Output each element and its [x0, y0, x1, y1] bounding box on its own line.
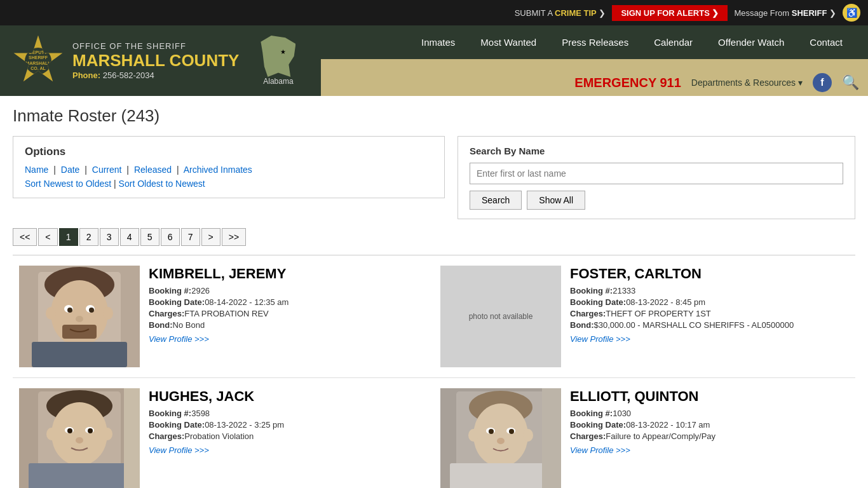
- inmate-name: KIMBRELL, JEREMY: [149, 266, 428, 282]
- inmate-charges: Charges:FTA PROBATION REV: [149, 309, 428, 318]
- nav-contact[interactable]: Contact: [797, 25, 855, 59]
- inmate-card: photo not available FOSTER, CARLTON Book…: [434, 255, 855, 378]
- search-by-name-title: Search By Name: [470, 146, 843, 156]
- inmate-booking-date: Booking Date:08-14-2022 - 12:35 am: [149, 297, 428, 307]
- inmate-grid: KIMBRELL, JEREMY Booking #:2926 Booking …: [13, 255, 855, 488]
- site-header: DEPUTY SHERIFF MARSHALL CO. AL OFFICE OF…: [0, 25, 868, 96]
- filter-date[interactable]: Date: [61, 165, 80, 175]
- inmate-booking-num: Booking #:2926: [149, 286, 428, 295]
- search-box: Search By Name Search Show All: [458, 136, 855, 219]
- view-profile-hughes[interactable]: View Profile >>>: [149, 445, 209, 455]
- dept-resources-menu[interactable]: Departments & Resources ▾: [691, 78, 803, 88]
- office-info: OFFICE OF THE SHERIFF MARSHALL COUNTY Ph…: [72, 41, 239, 80]
- options-wrapper: Options Name | Date | Current | Released…: [13, 136, 855, 219]
- svg-point-11: [46, 307, 56, 320]
- inmate-card: ELLIOTT, QUINTON Booking #:1030 Booking …: [434, 378, 855, 488]
- main-content: Inmate Roster (243) Options Name | Date …: [0, 96, 868, 488]
- alerts-button[interactable]: SIGN UP FOR ALERTS ❯: [612, 5, 728, 21]
- search-icon[interactable]: 🔍: [842, 74, 859, 91]
- facebook-icon[interactable]: f: [813, 73, 832, 92]
- secondary-nav: EMERGENCY 911 Departments & Resources ▾ …: [321, 69, 868, 96]
- pagination-last[interactable]: >>: [222, 228, 246, 246]
- nav-area: Inmates Most Wanted Press Releases Calen…: [321, 25, 868, 96]
- page-title: Inmate Roster (243): [13, 106, 855, 126]
- nav-press-releases[interactable]: Press Releases: [549, 25, 641, 59]
- pagination: << < 1 2 3 4 5 6 7 > >>: [13, 228, 855, 246]
- search-button[interactable]: Search: [470, 191, 522, 210]
- svg-point-24: [46, 428, 57, 440]
- svg-point-16: [51, 402, 107, 466]
- svg-point-7: [89, 308, 94, 313]
- inmate-info: KIMBRELL, JEREMY Booking #:2926 Booking …: [149, 266, 428, 344]
- pagination-first[interactable]: <<: [13, 228, 37, 246]
- svg-rect-35: [450, 463, 552, 488]
- emergency-label: EMERGENCY 911: [574, 76, 681, 90]
- pagination-page-2[interactable]: 2: [79, 228, 98, 246]
- svg-point-37: [523, 429, 533, 442]
- nav-most-wanted[interactable]: Most Wanted: [468, 25, 549, 59]
- view-profile-elliott[interactable]: View Profile >>>: [570, 445, 630, 455]
- inmate-bond: Bond:No Bond: [149, 320, 428, 330]
- inmate-name: HUGHES, JACK: [149, 388, 428, 405]
- message-sheriff-link[interactable]: Message From SHERIFF ❯: [734, 8, 836, 18]
- inmate-info: FOSTER, CARLTON Booking #:21333 Booking …: [570, 266, 849, 344]
- inmate-info: HUGHES, JACK Booking #:3598 Booking Date…: [149, 388, 428, 455]
- inmate-photo-placeholder-foster: photo not available: [440, 266, 561, 367]
- pagination-page-7[interactable]: 7: [181, 228, 200, 246]
- pagination-page-4[interactable]: 4: [120, 228, 139, 246]
- svg-point-33: [509, 429, 514, 434]
- pagination-page-3[interactable]: 3: [100, 228, 119, 246]
- svg-point-25: [102, 428, 112, 440]
- svg-point-6: [67, 308, 72, 313]
- pagination-next[interactable]: >: [201, 228, 220, 246]
- office-title: OFFICE OF THE SHERIFF: [72, 41, 239, 51]
- sheriff-badge: DEPUTY SHERIFF MARSHALL CO. AL: [13, 36, 64, 86]
- filter-archived[interactable]: Archived Inmates: [184, 165, 252, 175]
- main-nav: Inmates Most Wanted Press Releases Calen…: [321, 25, 868, 59]
- pagination-prev[interactable]: <: [38, 228, 57, 246]
- inmate-booking-date: Booking Date:08-13-2022 - 10:17 am: [570, 420, 849, 430]
- pagination-page-5[interactable]: 5: [140, 228, 159, 246]
- inmate-booking-date: Booking Date:08-13-2022 - 8:45 pm: [570, 297, 849, 307]
- inmate-card: HUGHES, JACK Booking #:3598 Booking Date…: [13, 378, 434, 488]
- svg-point-29: [473, 403, 528, 467]
- inmate-card: KIMBRELL, JEREMY Booking #:2926 Booking …: [13, 255, 434, 378]
- inmate-info: ELLIOTT, QUINTON Booking #:1030 Booking …: [570, 388, 849, 455]
- inmate-photo-kimbrell: [19, 266, 140, 367]
- filter-name[interactable]: Name: [25, 165, 48, 175]
- crime-tip-link[interactable]: SUBMIT A CRIME TIP ❯: [515, 8, 606, 18]
- state-map: ★ Alabama: [248, 30, 308, 91]
- options-section: Options Name | Date | Current | Released…: [13, 136, 445, 198]
- inmate-charges: Charges:THEFT OF PROPERTY 1ST: [570, 309, 849, 318]
- office-phone: Phone: 256-582-2034: [72, 71, 239, 80]
- pagination-page-6[interactable]: 6: [161, 228, 180, 246]
- map-star-marker: ★: [280, 48, 286, 55]
- sort-newest[interactable]: Sort Newest to Oldest: [25, 179, 111, 189]
- accessibility-icon[interactable]: ♿: [843, 4, 860, 22]
- view-profile-foster[interactable]: View Profile >>>: [570, 334, 630, 344]
- search-input[interactable]: [470, 163, 843, 184]
- options-heading: Options: [25, 146, 433, 158]
- sort-oldest[interactable]: Sort Oldest to Newest: [119, 179, 205, 189]
- chevron-down-icon: ▾: [798, 78, 803, 88]
- inmate-name: ELLIOTT, QUINTON: [570, 388, 849, 405]
- inmate-name: FOSTER, CARLTON: [570, 266, 849, 282]
- nav-offender-watch[interactable]: Offender Watch: [705, 25, 797, 59]
- filter-released[interactable]: Released: [134, 165, 172, 175]
- svg-point-8: [76, 316, 83, 322]
- nav-calendar[interactable]: Calendar: [641, 25, 705, 59]
- svg-rect-23: [124, 388, 140, 488]
- inmate-charges: Charges:Probation Violation: [149, 431, 428, 441]
- county-name: MARSHALL COUNTY: [72, 51, 239, 71]
- svg-point-32: [489, 429, 494, 434]
- pagination-page-1[interactable]: 1: [59, 228, 78, 246]
- inmate-photo-elliott: [440, 388, 561, 488]
- show-all-button[interactable]: Show All: [527, 191, 585, 210]
- inmate-charges: Charges:Failure to Appear/Comply/Pay: [570, 431, 849, 441]
- svg-point-36: [468, 429, 478, 442]
- nav-inmates[interactable]: Inmates: [409, 25, 468, 59]
- view-profile-kimbrell[interactable]: View Profile >>>: [149, 334, 209, 344]
- filter-current[interactable]: Current: [92, 165, 122, 175]
- inmate-booking-num: Booking #:1030: [570, 409, 849, 418]
- svg-rect-22: [29, 463, 130, 488]
